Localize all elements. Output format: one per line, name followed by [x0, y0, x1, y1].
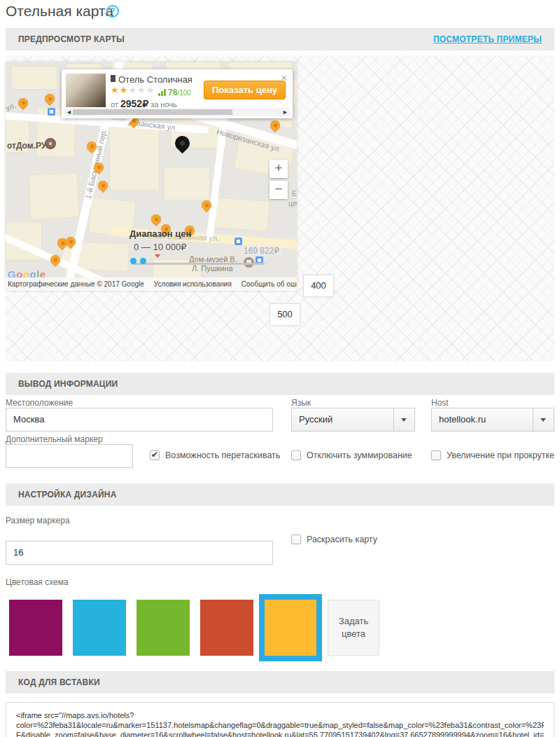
- transit-icon: [48, 108, 55, 116]
- embed-code-line: <iframe src="//maps.avs.io/hotels?: [16, 710, 544, 720]
- embed-code-line: F&disable_zoom=false&base_diameter=16&sc…: [16, 730, 544, 737]
- hotel-pin-icon[interactable]: [149, 212, 163, 226]
- colorize-map-checkbox[interactable]: [291, 535, 301, 544]
- price-range-values: 0 — 10 000₽: [134, 242, 187, 252]
- street-label: ул.: [6, 101, 17, 112]
- map-data-credit: Картографические данные © 2017 Google: [8, 280, 144, 288]
- set-colors-button[interactable]: Задать цвета: [328, 600, 379, 656]
- map-height-input[interactable]: 500: [270, 303, 300, 326]
- disable-zoom-checkbox-row[interactable]: Отключить зуммирование: [291, 450, 412, 460]
- hotel-pin-icon[interactable]: [16, 96, 30, 110]
- hotel-name: Отель Столичная: [118, 74, 192, 85]
- hotel-popup: Отель Столичная × ★★★★★ 78/100 от 2952₽ …: [62, 69, 293, 118]
- map-width-input[interactable]: 400: [303, 275, 334, 297]
- marker-size-input[interactable]: 16: [6, 541, 273, 565]
- chevron-down-icon: [401, 418, 407, 422]
- building-icon: [111, 75, 115, 82]
- hotel-pin-icon[interactable]: [43, 92, 57, 106]
- colorize-map-checkbox-row[interactable]: Раскрасить карту: [291, 535, 377, 544]
- language-label: Язык: [291, 398, 311, 408]
- hotel-photo: [66, 74, 106, 107]
- chevron-down-icon: [540, 418, 546, 422]
- map-attribution: Картографические данные © 2017 Google Ус…: [6, 277, 297, 291]
- star-icon: ★: [120, 85, 129, 95]
- zoom-out-button[interactable]: −: [270, 181, 288, 199]
- report-error-link[interactable]: Сообщить об ошибке на карте: [241, 280, 297, 288]
- star-rating: ★★★★★: [111, 85, 155, 95]
- edge-label-fragment: Е: [292, 189, 297, 198]
- edge-label-fragment: цен: [288, 199, 297, 207]
- map-preview-area: ул. рязанская ул Новорязанская ул 1-й Ба…: [6, 56, 554, 361]
- location-label: Местоположение: [6, 398, 73, 408]
- star-icon: ★: [137, 85, 146, 95]
- scroll-left-icon[interactable]: ◄: [66, 109, 72, 116]
- scrollwheel-zoom-checkbox[interactable]: [431, 450, 441, 460]
- host-value: hotellook.ru: [439, 414, 486, 425]
- info-section-header: ВЫВОД ИНФОРМАЦИИ: [6, 373, 554, 395]
- zoom-in-button[interactable]: +: [270, 160, 288, 178]
- draggable-checkbox-row[interactable]: Возможность перетаскивать: [150, 450, 280, 460]
- hotel-pin-icon[interactable]: [96, 179, 110, 193]
- language-value: Русский: [299, 414, 332, 425]
- extra-marker-label: Дополнительный маркер: [6, 434, 103, 444]
- map-canvas[interactable]: ул. рязанская ул Новорязанская ул 1-й Ба…: [6, 62, 297, 291]
- help-icon[interactable]: ?: [106, 5, 119, 18]
- map-building: [11, 66, 57, 90]
- map-building: [164, 167, 210, 200]
- preview-section-title: ПРЕДПРОСМОТР КАРТЫ: [18, 34, 125, 44]
- star-icon: ★: [146, 85, 155, 95]
- color-swatch-red[interactable]: [200, 600, 253, 656]
- scrollbar-thumb[interactable]: [73, 109, 232, 115]
- host-label: Host: [431, 398, 449, 408]
- embed-section-header: КОД ДЛЯ ВСТАВКИ: [6, 671, 554, 694]
- extra-marker-input[interactable]: [6, 444, 133, 468]
- color-scheme-label: Цветовая схема: [6, 577, 69, 587]
- map-building: [29, 173, 79, 219]
- rating-value: 78/100: [168, 88, 191, 97]
- info-section-title: ВЫВОД ИНФОРМАЦИИ: [18, 379, 118, 389]
- terms-link[interactable]: Условия использования: [154, 280, 232, 288]
- marker-size-label: Размер маркера: [6, 516, 70, 525]
- dropdown-arrow-box: [533, 408, 554, 431]
- show-price-button[interactable]: Показать цену: [204, 81, 286, 99]
- embed-section-title: КОД ДЛЯ ВСТАВКИ: [18, 677, 100, 687]
- draggable-checkbox[interactable]: [150, 450, 160, 460]
- poi-home-icon: [45, 138, 56, 149]
- dropdown-arrow-box: [393, 408, 414, 431]
- map-building: [109, 126, 160, 191]
- map-building: [215, 197, 270, 231]
- popup-scrollbar[interactable]: ◄ ►: [64, 108, 290, 116]
- embed-code-box[interactable]: <iframe src="//maps.avs.io/hotels? color…: [6, 702, 554, 737]
- colorize-map-checkbox-label: Раскрасить карту: [307, 535, 377, 544]
- star-icon: ★: [111, 85, 120, 95]
- rating-bars-icon: [158, 89, 167, 96]
- language-select[interactable]: Русский: [291, 408, 415, 432]
- hotel-map-settings-page: Отельная карта ? ПРЕДПРОСМОТР КАРТЫ ПОСМ…: [0, 0, 560, 737]
- location-input[interactable]: Москва: [6, 408, 273, 432]
- color-swatch-cyan[interactable]: [73, 600, 126, 656]
- preview-section-header: ПРЕДПРОСМОТР КАРТЫ ПОСМОТРЕТЬ ПРИМЕРЫ: [6, 28, 554, 50]
- poi-home-label: отДом.РУ: [7, 141, 46, 151]
- price-slider-track[interactable]: [132, 263, 265, 265]
- view-examples-link[interactable]: ПОСМОТРЕТЬ ПРИМЕРЫ: [433, 28, 542, 50]
- disable-zoom-checkbox[interactable]: [291, 450, 301, 460]
- color-swatch-orange[interactable]: [259, 594, 322, 661]
- range-caret-icon: [155, 254, 160, 258]
- price-slider-handle-min[interactable]: [130, 258, 136, 264]
- design-section-title: НАСТРОЙКА ДИЗАЙНА: [18, 490, 117, 500]
- max-price-bubble: 169 822₽: [241, 245, 282, 256]
- color-swatch-green[interactable]: [136, 600, 190, 656]
- host-select[interactable]: hotellook.ru: [431, 408, 554, 432]
- page-title: Отельная карта: [6, 3, 113, 20]
- star-icon: ★: [128, 85, 137, 95]
- embed-code-line: color=%23feba31&locale=ru&marker=151137.…: [16, 720, 544, 730]
- scrollwheel-zoom-checkbox-row[interactable]: Увеличение при прокрутке: [431, 450, 554, 460]
- price-range-title: Диапазон цен: [130, 228, 191, 239]
- price-slider-handle-max[interactable]: [140, 258, 146, 264]
- transit-icon: [234, 237, 242, 245]
- disable-zoom-checkbox-label: Отключить зуммирование: [307, 450, 412, 460]
- draggable-checkbox-label: Возможность перетаскивать: [165, 450, 280, 460]
- scroll-right-icon[interactable]: ►: [282, 109, 288, 116]
- scrollwheel-zoom-checkbox-label: Увеличение при прокрутке: [447, 450, 554, 460]
- color-swatch-purple[interactable]: [9, 600, 62, 656]
